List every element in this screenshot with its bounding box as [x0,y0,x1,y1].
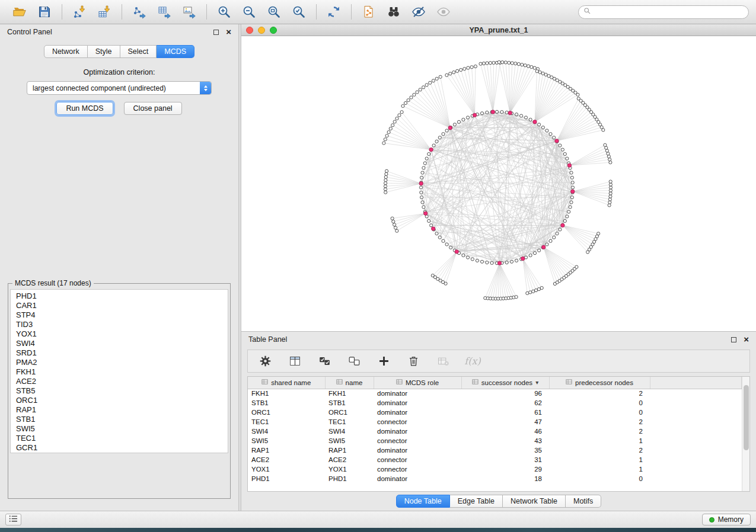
float-panel-icon[interactable] [213,30,219,35]
mcds-node-item[interactable]: FKH1 [16,367,228,377]
mcds-node-item[interactable]: PMA2 [16,358,228,367]
node-table[interactable]: shared namenameMCDS rolesuccessor nodes▾… [248,377,742,483]
table-cell[interactable]: TEC1 [248,417,325,427]
table-cell[interactable]: dominator [374,446,461,455]
table-tab-network-table[interactable]: Network Table [503,495,566,508]
table-cell[interactable]: 2 [549,427,650,436]
table-row[interactable]: SWI4SWI4dominator462 [248,427,742,436]
close-table-panel-icon[interactable]: × [744,336,749,343]
table-cell[interactable]: PHD1 [248,474,325,483]
table-cell[interactable]: SWI4 [248,427,325,436]
mcds-node-item[interactable]: PHD1 [16,291,228,301]
table-row[interactable]: PHD1PHD1dominator180 [248,474,742,483]
run-mcds-button[interactable]: Run MCDS [56,102,113,115]
network-canvas[interactable] [241,36,756,331]
table-cell[interactable]: 96 [461,389,549,398]
table-cell[interactable]: connector [374,417,461,427]
column-header-MCDS-role[interactable]: MCDS role [374,377,461,389]
optimization-criterion-select[interactable]: largest connected component (undirected) [27,81,212,95]
table-cell[interactable]: SWI5 [248,436,325,446]
table-cell[interactable]: PHD1 [325,474,374,483]
table-row[interactable]: ORC1ORC1dominator610 [248,408,742,417]
mcds-node-item[interactable]: ACE2 [16,377,228,386]
table-cell[interactable]: 1 [549,436,650,446]
select-all-icon[interactable] [317,354,332,369]
mcds-node-item[interactable]: CAR1 [16,301,228,310]
table-cell[interactable]: RAP1 [325,446,374,455]
float-table-panel-icon[interactable] [731,337,736,342]
memory-button[interactable]: Memory [702,514,751,525]
table-row[interactable]: TEC1TEC1connector472 [248,417,742,427]
zoom-in-icon[interactable] [215,2,234,21]
import-network-icon[interactable] [70,2,89,21]
close-panel-button[interactable]: Close panel [124,102,182,115]
delete-column-icon[interactable] [406,354,421,369]
table-row[interactable]: STB1STB1dominator620 [248,398,742,408]
table-cell[interactable]: connector [374,455,461,464]
save-icon[interactable] [35,2,54,21]
table-row[interactable]: YOX1YOX1connector291 [248,464,742,474]
table-cell[interactable]: 47 [461,417,549,427]
split-columns-icon[interactable] [287,354,302,369]
zoom-selected-icon[interactable] [289,2,308,21]
column-header-shared-name[interactable]: shared name [248,377,325,389]
mcds-node-item[interactable]: SWI5 [16,424,228,434]
fx-icon[interactable]: f(x) [465,354,480,369]
table-cell[interactable]: FKH1 [325,389,374,398]
table-cell[interactable]: 61 [461,408,549,417]
open-file-icon[interactable] [10,2,29,21]
export-table-icon[interactable] [155,2,174,21]
table-tab-motifs[interactable]: Motifs [566,495,601,508]
table-cell[interactable]: 46 [461,427,549,436]
hide-graphics-details-icon[interactable] [434,2,453,21]
table-cell[interactable]: STB1 [248,398,325,408]
mcds-node-item[interactable]: RAP1 [16,405,228,415]
table-cell[interactable]: ORC1 [325,408,374,417]
mcds-node-item[interactable]: YOX1 [16,329,228,339]
table-row[interactable]: ACE2ACE2connector311 [248,455,742,464]
mcds-result-list[interactable]: PHD1CAR1STP4TID3YOX1SWI4SRD1PMA2FKH1ACE2… [10,289,228,453]
table-cell[interactable]: 2 [549,446,650,455]
mcds-node-item[interactable]: SWI4 [16,339,228,348]
tab-mcds[interactable]: MCDS [157,45,194,58]
search-input[interactable] [594,8,744,16]
table-cell[interactable]: dominator [374,389,461,398]
import-table-icon[interactable] [95,2,114,21]
table-scrollbar-thumb[interactable] [744,385,749,450]
table-cell[interactable]: YOX1 [325,464,374,474]
table-row[interactable]: SWI5SWI5connector431 [248,436,742,446]
table-cell[interactable]: 0 [549,474,650,483]
table-cell[interactable]: ACE2 [325,455,374,464]
table-scrollbar[interactable] [742,377,749,491]
table-cell[interactable]: TEC1 [325,417,374,427]
mcds-node-item[interactable]: STP4 [16,310,228,320]
table-cell[interactable]: dominator [374,398,461,408]
refresh-icon[interactable] [324,2,343,21]
table-cell[interactable]: 31 [461,455,549,464]
table-cell[interactable]: 18 [461,474,549,483]
deselect-all-icon[interactable] [346,354,362,369]
table-cell[interactable]: 1 [549,455,650,464]
export-image-icon[interactable] [180,2,199,21]
table-cell[interactable]: connector [374,436,461,446]
table-cell[interactable]: YOX1 [248,464,325,474]
table-tab-node-table[interactable]: Node Table [396,495,450,508]
table-cell[interactable]: 0 [549,398,650,408]
table-cell[interactable]: 35 [461,446,549,455]
zoom-fit-icon[interactable] [264,2,283,21]
column-header-predecessor-nodes[interactable]: predecessor nodes [549,377,650,389]
column-header-successor-nodes[interactable]: successor nodes▾ [461,377,549,389]
table-cell[interactable]: RAP1 [248,446,325,455]
table-cell[interactable]: 2 [549,389,650,398]
table-cell[interactable]: STB1 [325,398,374,408]
settings-gear-icon[interactable] [257,354,273,369]
table-cell[interactable]: 62 [461,398,549,408]
table-cell[interactable]: 1 [549,464,650,474]
table-cell[interactable]: 2 [549,417,650,427]
table-cell[interactable]: SWI5 [325,436,374,446]
show-graphics-details-icon[interactable] [409,2,428,21]
table-tab-edge-table[interactable]: Edge Table [450,495,503,508]
table-cell[interactable]: ORC1 [248,408,325,417]
table-cell[interactable]: dominator [374,408,461,417]
table-cell[interactable]: dominator [374,474,461,483]
